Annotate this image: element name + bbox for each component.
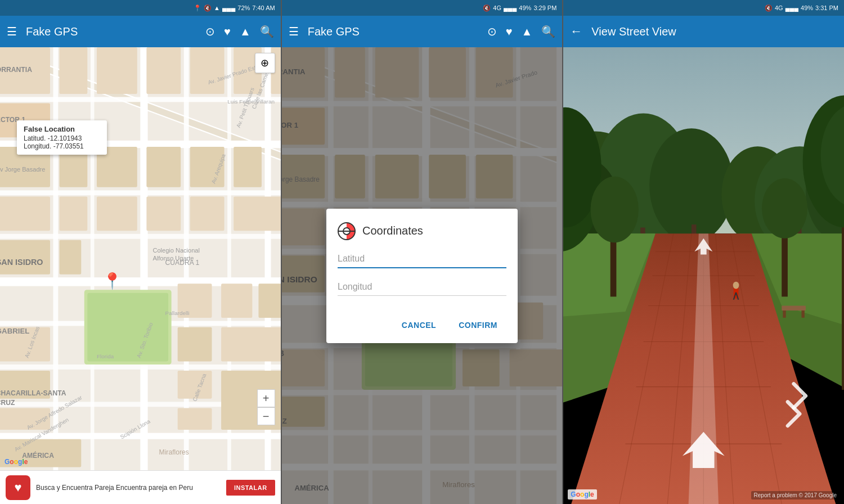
install-button[interactable]: INSTALAR: [226, 480, 275, 496]
favorites-icon[interactable]: ♥: [224, 25, 231, 38]
status-signal: ▄▄▄: [222, 4, 235, 11]
zoom-in-button[interactable]: +: [257, 389, 275, 407]
status-signal-3: ▄▄▄: [785, 4, 798, 11]
pokeball-icon: [338, 222, 356, 240]
svg-text:Av Jorge Basadre: Av Jorge Basadre: [0, 166, 45, 173]
map-area-2: ORRANTIA ECTOR 1 Av Jorge Basadre SAN IS…: [282, 47, 563, 504]
svg-text:Miraflores: Miraflores: [159, 448, 189, 456]
svg-rect-51: [221, 327, 281, 362]
street-view-toolbar: ← View Street View: [563, 16, 844, 47]
svg-rect-35: [60, 196, 88, 231]
search-icon[interactable]: 🔍: [260, 25, 274, 38]
svg-rect-50: [258, 284, 280, 318]
svg-rect-24: [146, 47, 181, 94]
ad-app-icon: ♥: [6, 475, 30, 500]
status-4g-icon-3: 4G: [775, 4, 783, 11]
panel-3: 🔇 4G ▄▄▄ 49% 3:31 PM ← View Street View: [563, 0, 844, 504]
ad-text: Busca y Encuentra Pareja Encuentra parej…: [36, 484, 221, 492]
coordinates-dialog: Coordinates CANCEL CONFIRM: [326, 209, 518, 343]
popup-title: False Location: [24, 125, 100, 133]
svg-rect-11: [0, 190, 281, 195]
navigate-icon-2[interactable]: ⊙: [487, 25, 497, 38]
svg-text:GABRIEL: GABRIEL: [0, 327, 29, 335]
svg-rect-38: [190, 196, 225, 231]
street-view-title: View Street View: [591, 25, 676, 38]
svg-text:CHACARILLA-SANTA: CHACARILLA-SANTA: [0, 389, 66, 397]
back-button[interactable]: ←: [570, 24, 582, 39]
svg-text:Florida: Florida: [97, 353, 114, 359]
svg-rect-47: [178, 327, 212, 362]
svg-rect-23: [97, 47, 137, 94]
confirm-button[interactable]: CONFIRM: [450, 316, 506, 334]
map-svg-1: ORRANTIA ECTOR 1 Av Jorge Basadre SAN IS…: [0, 47, 281, 470]
panel-1: 📍 🔇 ▲ ▄▄▄ 72% 7:40 AM ☰ Fake GPS ⊙ ♥ ▲ 🔍: [0, 0, 281, 504]
menu-icon-2[interactable]: ☰: [289, 25, 299, 38]
svg-rect-37: [146, 196, 181, 231]
svg-rect-53: [178, 408, 212, 430]
svg-rect-41: [60, 240, 82, 274]
map-area-1[interactable]: ORRANTIA ECTOR 1 Av Jorge Basadre SAN IS…: [0, 47, 281, 470]
svg-rect-22: [60, 47, 88, 94]
svg-rect-31: [146, 147, 181, 187]
app-toolbar-2: ☰ Fake GPS ⊙ ♥ ▲ 🔍: [282, 16, 563, 47]
direction-icon[interactable]: ▲: [240, 25, 251, 38]
ad-banner: ♥ Busca y Encuentra Pareja Encuentra par…: [0, 470, 281, 504]
longitude-input[interactable]: [338, 280, 506, 296]
svg-rect-12: [0, 234, 281, 239]
navigate-icon[interactable]: ⊙: [205, 25, 215, 38]
svg-point-171: [733, 282, 739, 289]
dialog-title: Coordinates: [362, 224, 423, 237]
svg-rect-25: [190, 47, 225, 94]
search-icon-2[interactable]: 🔍: [541, 25, 555, 38]
status-4g-icon: 4G: [493, 4, 501, 11]
svg-rect-34: [0, 196, 50, 231]
svg-text:CRUZ: CRUZ: [0, 399, 15, 407]
status-location-icon: 📍: [194, 4, 201, 12]
panel-2: 🔇 4G ▄▄▄ 49% 3:29 PM ☰ Fake GPS ⊙ ♥ ▲ 🔍: [282, 0, 563, 504]
svg-point-167: [591, 177, 639, 243]
status-battery-2: 49%: [519, 4, 531, 11]
status-bar-3: 🔇 4G ▄▄▄ 49% 3:31 PM: [563, 0, 844, 16]
app-title-2: Fake GPS: [308, 25, 478, 38]
svg-text:ORRANTIA: ORRANTIA: [0, 66, 32, 74]
svg-text:Colegio Nacional: Colegio Nacional: [152, 247, 200, 254]
app-title-1: Fake GPS: [26, 25, 196, 38]
svg-rect-33: [234, 147, 262, 187]
status-mute-icon-3: 🔇: [765, 4, 773, 12]
zoom-out-button[interactable]: −: [257, 407, 275, 425]
status-mute-icon-2: 🔇: [483, 4, 491, 12]
sv-google-logo: Google: [568, 489, 596, 500]
menu-icon[interactable]: ☰: [7, 25, 17, 38]
status-wifi-icon: ▲: [214, 4, 220, 11]
svg-rect-176: [802, 310, 805, 318]
street-view-scene: Google Report a problem © 2017 Google: [563, 47, 844, 504]
dialog-overlay: Coordinates CANCEL CONFIRM: [282, 47, 563, 504]
status-battery: 72%: [237, 4, 250, 11]
svg-text:Alfonso Ugarte: Alfonso Ugarte: [152, 255, 194, 262]
svg-rect-15: [0, 364, 281, 370]
direction-icon-2[interactable]: ▲: [522, 25, 533, 38]
sv-report-link[interactable]: Report a problem © 2017 Google: [751, 491, 839, 500]
status-bar-2: 🔇 4G ▄▄▄ 49% 3:29 PM: [282, 0, 563, 16]
popup-lon: Longitud. -77.03551: [24, 142, 100, 150]
google-logo-1: Google: [5, 458, 28, 466]
street-view-content[interactable]: Google Report a problem © 2017 Google: [563, 47, 844, 504]
svg-text:SAN ISIDRO: SAN ISIDRO: [0, 258, 43, 267]
svg-rect-175: [783, 310, 786, 318]
cancel-button[interactable]: CANCEL: [393, 316, 445, 334]
dialog-header: Coordinates: [338, 222, 506, 240]
latitude-input[interactable]: [338, 251, 506, 268]
svg-rect-174: [782, 305, 806, 310]
svg-rect-39: [234, 196, 280, 231]
svg-point-169: [762, 178, 807, 238]
sv-scene-svg: [563, 47, 844, 504]
status-battery-3: 49%: [801, 4, 813, 11]
map-location-pin[interactable]: 📍: [102, 272, 122, 290]
status-bar-1: 📍 🔇 ▲ ▄▄▄ 72% 7:40 AM: [0, 0, 281, 16]
location-popup: False Location Latitud. -12.101943 Longi…: [17, 120, 107, 155]
favorites-icon-2[interactable]: ♥: [506, 25, 513, 38]
svg-text:Pallardelli: Pallardelli: [165, 310, 190, 316]
locate-me-button[interactable]: ⊕: [255, 53, 275, 73]
status-mute-icon: 🔇: [204, 4, 212, 12]
status-time-3: 3:31 PM: [815, 4, 838, 11]
